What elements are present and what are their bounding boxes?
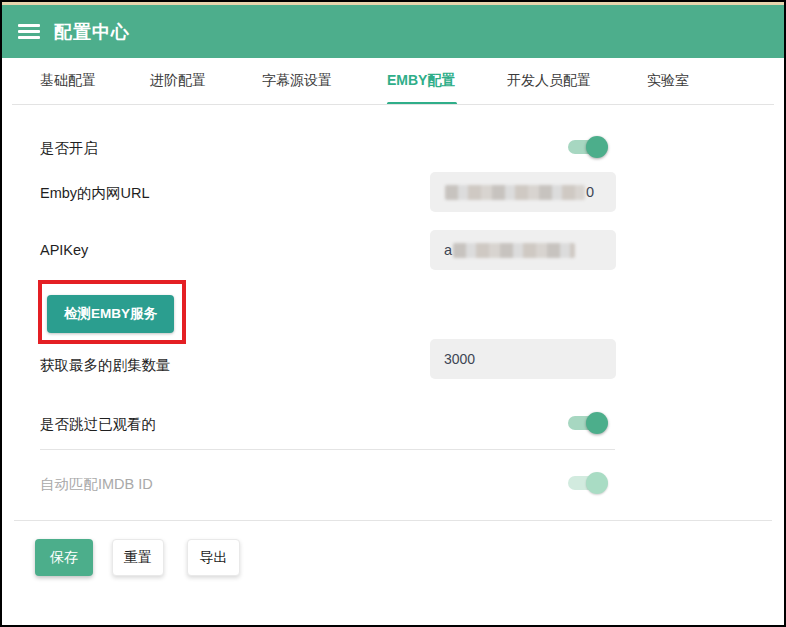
- emby-url-input[interactable]: 0: [430, 172, 616, 212]
- emby-url-label: Emby的内网URL: [40, 184, 150, 203]
- auto-imdb-label: 自动匹配IMDB ID: [40, 475, 153, 494]
- apikey-input[interactable]: a: [430, 230, 616, 270]
- url-visible-suffix: 0: [586, 184, 594, 200]
- tabbar-divider: [12, 104, 774, 105]
- auto-imdb-toggle: [568, 472, 608, 494]
- apikey-visible-prefix: a: [444, 242, 452, 258]
- check-emby-service-button[interactable]: 检测EMBY服务: [47, 295, 174, 333]
- tab-advanced-config[interactable]: 进阶配置: [150, 58, 206, 104]
- export-button[interactable]: 导出: [187, 539, 240, 576]
- tab-lab[interactable]: 实验室: [647, 58, 689, 104]
- tab-emby-config[interactable]: EMBY配置: [387, 58, 455, 104]
- tab-basic-config[interactable]: 基础配置: [40, 58, 96, 104]
- tab-bar: 基础配置 进阶配置 字幕源设置 EMBY配置 开发人员配置 实验室: [2, 58, 784, 105]
- footer-divider: [14, 520, 772, 521]
- enable-toggle[interactable]: [568, 136, 608, 158]
- max-episodes-input[interactable]: [430, 339, 616, 379]
- redacted-apikey-value: [453, 243, 575, 258]
- skip-watched-toggle[interactable]: [568, 412, 608, 434]
- app-bar: 配置中心: [2, 5, 784, 58]
- apikey-label: APIKey: [40, 242, 88, 258]
- section-divider: [40, 449, 615, 450]
- tab-subtitle-source[interactable]: 字幕源设置: [262, 58, 332, 104]
- reset-button[interactable]: 重置: [112, 539, 164, 576]
- config-center-window: 配置中心 基础配置 进阶配置 字幕源设置 EMBY配置 开发人员配置 实验室 是…: [0, 0, 786, 627]
- page-title: 配置中心: [54, 20, 130, 44]
- max-episodes-label: 获取最多的剧集数量: [40, 356, 171, 375]
- tab-developer-config[interactable]: 开发人员配置: [507, 58, 591, 104]
- hamburger-menu-icon[interactable]: [18, 24, 40, 39]
- enable-label: 是否开启: [40, 139, 98, 158]
- skip-watched-label: 是否跳过已观看的: [40, 415, 156, 434]
- save-button[interactable]: 保存: [35, 539, 93, 576]
- redacted-url-value: [445, 185, 585, 200]
